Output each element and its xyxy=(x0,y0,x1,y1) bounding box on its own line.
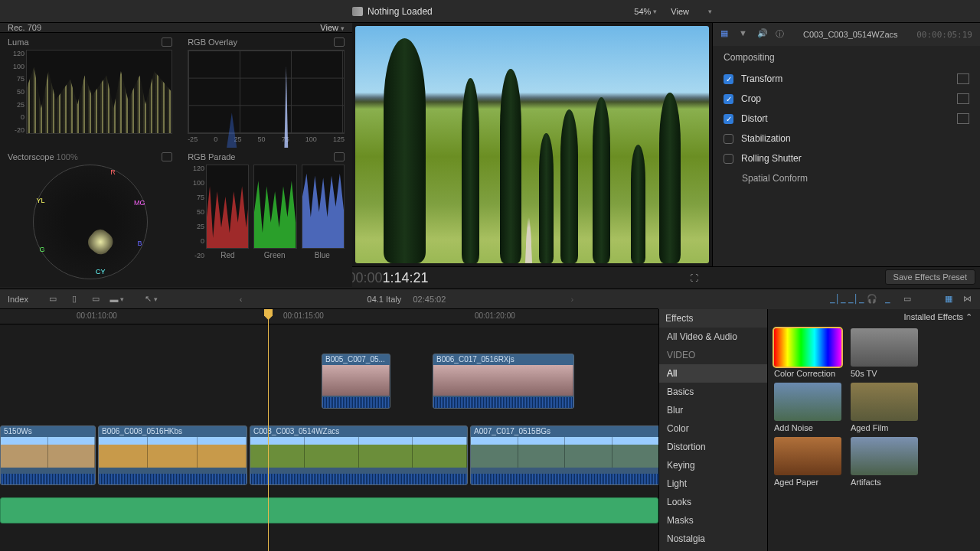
chevron-down-icon: ▾ xyxy=(708,8,712,15)
vectorscope-display: R MG B CY G YL xyxy=(33,165,148,279)
effects-category[interactable]: Color xyxy=(659,419,767,438)
effects-category[interactable]: Looks xyxy=(659,493,767,511)
effect-thumbnail[interactable] xyxy=(774,383,841,421)
checkbox-icon[interactable] xyxy=(724,134,733,144)
audio-clip[interactable] xyxy=(0,497,658,523)
scopes-view-menu[interactable]: View▾ xyxy=(320,23,345,32)
scope-settings-icon[interactable] xyxy=(162,37,172,47)
prev-edit-icon[interactable]: ‹ xyxy=(240,295,243,304)
timeline-clip[interactable]: B006_C008_0516HKbs xyxy=(98,425,247,485)
inspector-row-transform[interactable]: ✓Transform xyxy=(713,69,980,89)
transitions-browser-icon[interactable]: ⋈ xyxy=(963,294,974,305)
timeline-clip[interactable]: B005_C007_05... xyxy=(322,354,390,409)
save-effects-preset-button[interactable]: Save Effects Preset xyxy=(885,269,975,285)
audio-inspector-icon[interactable]: 🔊 xyxy=(757,28,769,41)
effects-grid: Color Correction50s TVAdd NoiseAged Film… xyxy=(768,325,980,490)
effect-item[interactable]: 50s TV xyxy=(851,328,918,378)
scope-settings-icon[interactable] xyxy=(162,152,172,161)
distort-icon[interactable] xyxy=(957,113,969,124)
timeline-clip[interactable]: 5150Ws xyxy=(0,425,96,485)
sequence-duration: 02:45:02 xyxy=(413,295,446,304)
effects-category[interactable]: Basics xyxy=(659,383,767,401)
viewer-canvas[interactable] xyxy=(355,26,709,263)
effect-name: Color Correction xyxy=(774,369,841,378)
effect-thumbnail[interactable] xyxy=(851,437,918,475)
viewer-panel xyxy=(352,23,712,266)
info-inspector-icon[interactable]: ⓘ xyxy=(776,28,788,41)
solo-icon[interactable]: 🎧 xyxy=(867,294,877,305)
effect-thumbnail[interactable] xyxy=(851,383,918,421)
timeline-ruler[interactable]: 00:01:10:0000:01:15:0000:01:20:00 xyxy=(0,309,658,324)
effects-category[interactable]: Nostalgia xyxy=(659,530,767,548)
effects-category[interactable]: Light xyxy=(659,474,767,493)
checkbox-icon[interactable]: ✓ xyxy=(724,74,733,84)
inspector-row-label: Transform xyxy=(741,73,782,84)
color-space-label[interactable]: Rec. 709 xyxy=(8,23,41,32)
effect-item[interactable]: Add Noise xyxy=(774,383,841,432)
ruler-mark: 00:01:10:00 xyxy=(77,311,117,320)
effect-item[interactable]: Aged Paper xyxy=(774,437,841,487)
checkbox-icon[interactable]: ✓ xyxy=(724,94,733,104)
snapping-icon[interactable]: ⎯ xyxy=(885,294,896,305)
effect-thumbnail[interactable] xyxy=(851,328,918,367)
effects-category[interactable]: VIDEO xyxy=(659,346,767,364)
app-header: Nothing Loaded 54%▾ View▾ xyxy=(0,0,980,23)
clip-label: C003_C003_0514WZacs xyxy=(250,426,467,437)
audio-skimming-icon[interactable]: ⎯│⎯ xyxy=(848,294,859,305)
video-scopes-panel: Rec. 709 View▾ Luma 1201007550250-20 RGB… xyxy=(0,23,352,266)
rect-icon[interactable] xyxy=(957,73,969,84)
effects-category[interactable]: All Video & Audio xyxy=(659,328,767,346)
viewer-view-menu[interactable]: View xyxy=(671,7,689,16)
timecode-display[interactable]: 00:001:14:21 xyxy=(348,269,428,286)
scope-settings-icon[interactable] xyxy=(334,152,345,161)
effect-name: 50s TV xyxy=(851,369,918,378)
effect-name: Aged Paper xyxy=(774,478,841,487)
insert-clip-icon[interactable]: ▯ xyxy=(66,292,83,306)
ruler-mark: 00:01:20:00 xyxy=(475,311,515,320)
skimming-icon[interactable]: ⎯│⎯ xyxy=(830,294,841,305)
clapperboard-icon xyxy=(352,7,363,16)
crop-icon[interactable] xyxy=(957,93,969,104)
effect-thumbnail[interactable] xyxy=(774,328,841,367)
inspector-row-distort[interactable]: ✓Distort xyxy=(713,109,980,129)
spatial-conform-row[interactable]: Spatial Conform xyxy=(713,168,980,188)
timeline-index-button[interactable]: Index xyxy=(8,295,28,304)
append-clip-icon[interactable]: ▭ xyxy=(87,292,104,306)
viewer-zoom[interactable]: 54% xyxy=(634,7,651,16)
color-inspector-icon[interactable]: ▼ xyxy=(739,28,751,41)
effects-category[interactable]: Masks xyxy=(659,511,767,530)
effects-category[interactable]: Distortion xyxy=(659,438,767,456)
inspector-row-rolling-shutter[interactable]: Rolling Shutter xyxy=(713,148,980,168)
effects-category[interactable]: Keying xyxy=(659,456,767,474)
video-inspector-icon[interactable]: ▦ xyxy=(720,28,733,41)
effect-thumbnail[interactable] xyxy=(774,437,841,475)
effects-category[interactable]: All xyxy=(659,364,767,383)
timeline-panel[interactable]: 00:01:10:0000:01:15:0000:01:20:00 B005_C… xyxy=(0,309,658,551)
effects-category[interactable]: Stylize xyxy=(659,548,767,551)
effect-item[interactable]: Artifacts xyxy=(851,437,918,487)
effects-category[interactable]: Blur xyxy=(659,401,767,419)
next-edit-icon[interactable]: › xyxy=(570,295,573,304)
render-icon[interactable]: ▭ xyxy=(903,294,914,305)
effect-item[interactable]: Color Correction xyxy=(774,328,841,378)
luma-scope-title: Luma xyxy=(8,37,29,47)
timeline-clip[interactable]: C003_C003_0514WZacs xyxy=(250,425,468,485)
timeline-clip[interactable]: A007_C017_0515BGs xyxy=(470,425,658,485)
fullscreen-icon[interactable]: ⛶ xyxy=(685,271,702,285)
select-tool-icon[interactable]: ↖▾ xyxy=(143,292,160,306)
clip-label: A007_C017_0515BGs xyxy=(471,426,658,437)
effect-item[interactable]: Aged Film xyxy=(851,383,918,432)
scope-settings-icon[interactable] xyxy=(334,37,345,47)
effects-browser-icon[interactable]: ▦ xyxy=(945,294,956,305)
inspector-row-crop[interactable]: ✓Crop xyxy=(713,89,980,109)
rgb-parade-title: RGB Parade xyxy=(188,152,235,161)
connect-clip-icon[interactable]: ▭ xyxy=(44,292,61,306)
timeline-clip[interactable]: B006_C017_0516RXjs xyxy=(433,354,574,409)
effects-header: Effects xyxy=(659,309,767,328)
playhead[interactable] xyxy=(268,309,269,551)
overwrite-clip-icon[interactable]: ▬▾ xyxy=(109,292,126,306)
installed-effects-dropdown[interactable]: Installed Effects ⌃ xyxy=(903,312,972,321)
checkbox-icon[interactable]: ✓ xyxy=(724,114,733,124)
checkbox-icon[interactable] xyxy=(724,154,733,164)
inspector-row-stabilization[interactable]: Stabilization xyxy=(713,129,980,148)
